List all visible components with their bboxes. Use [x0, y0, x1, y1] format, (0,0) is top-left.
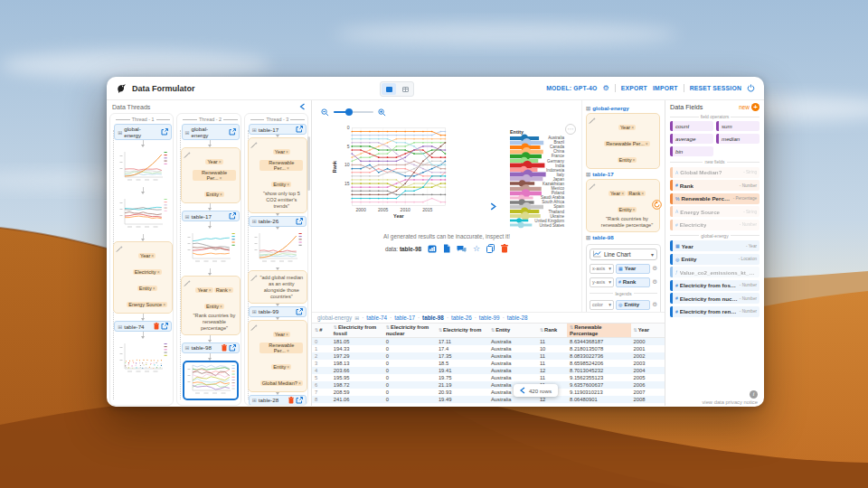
zoom-slider[interactable]: [334, 111, 373, 113]
table-row[interactable]: 7208.59020.93Australia119.11903102132007: [312, 389, 665, 396]
table-tab[interactable]: global-energy: [317, 314, 352, 321]
field-chip[interactable]: Entity×: [204, 304, 224, 309]
open-in-new-icon[interactable]: [229, 128, 236, 136]
operator-chip[interactable]: sum: [716, 121, 760, 131]
single-view-toggle[interactable]: [382, 83, 396, 95]
column-header[interactable]: ⇅Renewable Percentage: [567, 324, 631, 337]
remove-chip-icon[interactable]: ×: [157, 269, 160, 275]
field-chip[interactable]: Renewable Per...×: [259, 343, 303, 353]
legend-item[interactable]: United States: [510, 223, 564, 228]
remove-chip-icon[interactable]: ×: [220, 175, 222, 181]
table-link[interactable]: ⊞table-98: [586, 234, 661, 240]
expand-panel-icon[interactable]: [490, 198, 496, 214]
power-icon[interactable]: [747, 84, 755, 92]
chevron-left-icon[interactable]: [520, 387, 525, 394]
model-settings-icon[interactable]: ⚙: [602, 85, 609, 92]
table-card[interactable]: ⊞table-26: [249, 216, 307, 227]
field-chip[interactable]: Year×: [138, 253, 156, 258]
refresh-button[interactable]: [652, 197, 662, 207]
field-chip[interactable]: Year×: [618, 125, 636, 130]
zoom-in-icon[interactable]: [378, 108, 386, 117]
column-header[interactable]: ⇅Rank: [537, 324, 567, 337]
remove-chip-icon[interactable]: ×: [287, 364, 289, 370]
concept-card[interactable]: Year×Electricity×Entity×Energy Source×: [113, 241, 173, 314]
field-chip[interactable]: Entity×: [618, 207, 637, 212]
field-chip[interactable]: Rank×: [214, 287, 233, 293]
row-count-badge[interactable]: 420 rows: [514, 384, 558, 397]
field-chip[interactable]: Entity×: [137, 286, 157, 291]
delete-icon[interactable]: [222, 344, 227, 352]
table-card[interactable]: ⊞table-99: [249, 306, 307, 317]
table-row[interactable]: 6198.72021.19Australia119.63576006372006: [312, 381, 665, 389]
remove-chip-icon[interactable]: ×: [151, 253, 154, 258]
table-card[interactable]: ⊞table-98: [182, 343, 240, 353]
encoding-value-chip[interactable]: ◎Entity: [616, 300, 650, 310]
chart-type-select[interactable]: Line Chart ▾: [590, 249, 657, 260]
open-in-new-icon[interactable]: [296, 308, 303, 315]
field-chip[interactable]: Year×: [273, 332, 290, 337]
remove-chip-icon[interactable]: ×: [287, 165, 289, 171]
field-item[interactable]: #Rank- Number: [670, 180, 760, 191]
operator-chip[interactable]: bin: [670, 146, 713, 156]
privacy-link[interactable]: view data privacy notice: [702, 399, 758, 405]
table-row[interactable]: 3198.13018.5Australia118.65985242062003: [312, 360, 665, 367]
open-in-new-icon[interactable]: [296, 218, 303, 225]
field-chip[interactable]: Renewable Per...×: [193, 170, 236, 181]
table-tab[interactable]: table-28: [507, 314, 528, 321]
chart-more-button[interactable]: ⋯: [565, 124, 576, 135]
add-field-icon[interactable]: +: [751, 103, 760, 111]
remove-chip-icon[interactable]: ×: [209, 287, 212, 293]
concept-card[interactable]: Year×Renewable Per...×Entity×: [586, 113, 660, 169]
remove-chip-icon[interactable]: ×: [286, 332, 288, 337]
data-table[interactable]: ⇅#⇅Electricity from fossil⇅Electricity f…: [312, 324, 665, 403]
sort-icon[interactable]: ⇅: [491, 327, 495, 333]
field-item[interactable]: ◎Entity- Location: [670, 254, 760, 265]
field-chip[interactable]: Entity×: [271, 182, 291, 187]
collapse-panel-icon[interactable]: [299, 103, 306, 110]
table-tab[interactable]: table-74: [366, 314, 387, 321]
remove-chip-icon[interactable]: ×: [287, 348, 289, 353]
table-card[interactable]: ⊞table-17: [182, 211, 240, 221]
sort-icon[interactable]: ⇅: [540, 327, 543, 333]
main-chart[interactable]: 2000200520102015051015YearRank Entity Au…: [329, 122, 564, 229]
delete-chart-icon[interactable]: [501, 244, 508, 253]
field-chip[interactable]: Year×: [609, 191, 626, 196]
remove-chip-icon[interactable]: ×: [287, 182, 289, 187]
table-row[interactable]: 0181.05017.11Australia118.63443681872000: [312, 337, 665, 345]
concept-card[interactable]: Year×Renewable Per...×Entity×: [181, 147, 241, 203]
export-data-icon[interactable]: [443, 244, 450, 253]
comment-icon[interactable]: [457, 245, 467, 253]
field-chip[interactable]: Global Median?×: [260, 380, 303, 386]
field-item[interactable]: AGlobal Median?- String: [670, 167, 760, 178]
field-item[interactable]: ƒValue_co2_emissions_kt_by_...: [670, 267, 760, 277]
model-label[interactable]: MODEL: GPT-4O: [546, 85, 597, 91]
table-tab[interactable]: table-17: [394, 314, 415, 321]
table-link[interactable]: ⊞global-energy: [586, 105, 661, 111]
remove-chip-icon[interactable]: ×: [631, 125, 634, 130]
chart-thumbnail[interactable]: [115, 194, 171, 234]
remove-chip-icon[interactable]: ×: [641, 191, 644, 196]
field-chip[interactable]: Year×: [205, 159, 222, 164]
field-chip[interactable]: Renewable Per...×: [604, 141, 650, 146]
remove-chip-icon[interactable]: ×: [633, 207, 636, 212]
remove-chip-icon[interactable]: ×: [220, 192, 222, 197]
encoding-value-chip[interactable]: ▦Year: [616, 264, 650, 274]
remove-chip-icon[interactable]: ×: [153, 286, 156, 291]
field-item[interactable]: AEnergy Source- String: [670, 206, 760, 217]
open-in-new-icon[interactable]: [161, 128, 168, 136]
field-chip[interactable]: Year×: [273, 149, 290, 155]
field-item[interactable]: #Electricity from fossil fuels (...- Num…: [670, 280, 760, 291]
delete-icon[interactable]: [154, 323, 159, 330]
field-item[interactable]: #Electricity- Number: [670, 220, 760, 230]
field-item[interactable]: %Renewable Percentage- Percentage: [670, 193, 760, 204]
concept-card[interactable]: "add global median as an entity alongsid…: [248, 270, 307, 304]
table-row[interactable]: 8241.06019.49Australia128.064809012008: [312, 396, 665, 403]
open-in-new-icon[interactable]: [229, 344, 236, 352]
sort-icon[interactable]: ⇅: [439, 327, 442, 333]
remove-chip-icon[interactable]: ×: [298, 380, 301, 386]
sort-icon[interactable]: ⇅: [334, 324, 337, 330]
remove-chip-icon[interactable]: ×: [621, 191, 624, 196]
table-tab[interactable]: table-99: [479, 314, 500, 321]
open-in-new-icon[interactable]: [296, 397, 303, 404]
remove-chip-icon[interactable]: ×: [229, 287, 231, 293]
